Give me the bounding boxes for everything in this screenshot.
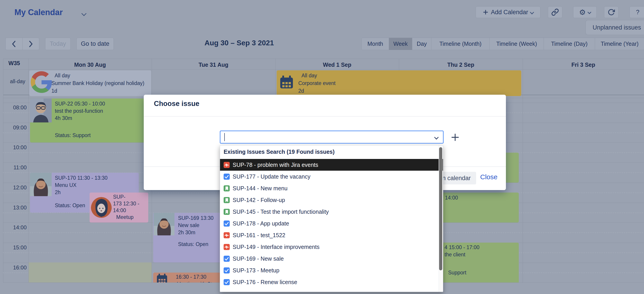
event-duration: 1d	[52, 87, 57, 94]
event-status: Support	[448, 269, 466, 276]
avatar-woman-photo	[30, 173, 52, 198]
avatar-woman-cartoon	[91, 197, 112, 219]
issues-dropdown-list: Existing Issues Search (19 Found issues)…	[220, 145, 443, 292]
unplanned-issues-label: Unplanned issues	[592, 24, 641, 31]
event-title: Corporate event	[298, 80, 336, 87]
refresh-button[interactable]	[604, 6, 618, 18]
issue-option-label: SUP-149 - Interface improvements	[233, 244, 320, 250]
event-duration: 2h 30m	[178, 229, 196, 236]
story-type-icon	[224, 209, 230, 215]
issue-option-label: SUP-144 - New menu	[233, 185, 288, 192]
dialog-title: Choose issue	[154, 100, 200, 108]
day-header: Thu 2 Sep	[399, 60, 522, 69]
issue-option-sup-177[interactable]: SUP-177 - Update the vacancy	[220, 171, 443, 182]
prev-next-group	[6, 38, 39, 50]
avatar-woman-photo	[153, 213, 175, 237]
chevron-left-icon	[12, 40, 16, 47]
issue-option-label: SUP-142 - Follow-up	[233, 197, 285, 203]
time-label: 15:00	[0, 244, 27, 251]
event-time: 16:30 - 17:30	[176, 274, 206, 280]
time-label: 16:00	[0, 265, 27, 271]
issue-option-label: SUP-176 - Renew license	[233, 279, 297, 286]
calendar-title-chevron-icon[interactable]	[82, 12, 86, 16]
tab-timeline-day[interactable]: Timeline (Day)	[544, 38, 595, 50]
issue-option-sup-178[interactable]: SUP-178 - App update	[220, 218, 443, 229]
event-summer-bank-holiday[interactable]: All day Summer Bank Holiday (regional ho…	[29, 70, 151, 96]
business-hours-shading	[29, 263, 152, 283]
event-title: SUP-22 05:30 - 10:00	[55, 100, 105, 107]
issue-option-label: SUP-161 - test_1522	[233, 232, 285, 239]
incident-type-icon	[224, 162, 230, 168]
event-duration: 2h	[55, 189, 61, 196]
gear-icon: ⚙	[579, 8, 586, 16]
issue-option-sup-161[interactable]: SUP-161 - test_1522	[220, 229, 443, 241]
add-calendar-button[interactable]: Add Calendar	[476, 6, 540, 18]
issue-option-sup-176[interactable]: SUP-176 - Renew license	[220, 276, 443, 288]
go-to-date-button[interactable]: Go to date	[76, 38, 114, 50]
issue-option-sup-78[interactable]: SUP-78 - problem with Jira events	[220, 159, 443, 171]
column-border	[28, 59, 29, 283]
avatar-man-photo	[30, 98, 52, 124]
share-link-button[interactable]	[548, 6, 562, 18]
event-summary: Menu UX	[55, 182, 76, 189]
refresh-icon	[608, 8, 615, 16]
day-header: Fri 3 Sep	[522, 60, 644, 69]
chevron-right-icon	[28, 40, 33, 47]
issue-option-label: SUP-177 - Update the vacancy	[233, 173, 310, 180]
event-status: Status: Open	[178, 241, 208, 248]
issues-select[interactable]	[220, 131, 444, 144]
issue-option-sup-169[interactable]: SUP-169 - New sale	[220, 253, 443, 265]
help-icon: ?	[636, 9, 639, 16]
tab-month[interactable]: Month	[362, 38, 389, 50]
tab-day[interactable]: Day	[412, 38, 431, 50]
close-button[interactable]: Close	[480, 173, 498, 181]
google-logo-icon	[31, 71, 52, 94]
day-header: Mon 30 Aug	[28, 60, 152, 69]
add-calendar-label: Add Calendar	[491, 9, 528, 16]
event-title: SUP-169 13:30	[178, 215, 214, 221]
scrollbar-thumb[interactable]	[439, 147, 442, 270]
story-type-icon	[224, 185, 230, 191]
prev-button[interactable]	[6, 38, 22, 50]
page-title: My Calendar	[14, 8, 63, 17]
event-corporate[interactable]: All day Corporate event 2d	[277, 70, 521, 96]
issue-option-sup-144[interactable]: SUP-144 - New menu	[220, 182, 443, 194]
calendar-icon	[279, 75, 294, 91]
issue-option-sup-149[interactable]: SUP-149 - Interface improvements	[220, 241, 443, 253]
event-allday-label: All day	[54, 72, 70, 79]
issue-option-sup-145[interactable]: SUP-145 - Test the import functionality	[220, 206, 443, 218]
issue-option-sup-173[interactable]: SUP-173 - Meetup	[220, 265, 443, 276]
task-type-icon	[224, 256, 230, 262]
issue-option-partial[interactable]	[220, 291, 443, 292]
event-summary: Meetup	[116, 214, 134, 221]
view-switcher: MonthWeekDayTimeline (Month)Timeline (We…	[362, 38, 644, 50]
unplanned-issues-tab[interactable]: Unplanned issues	[586, 20, 644, 35]
dropdown-header: Existing Issues Search (19 Found issues)	[224, 149, 335, 155]
event-sup-173[interactable]: SUP- 173 12:30 - 14:00 Meetup	[90, 193, 148, 223]
event-title: SUP-	[113, 193, 126, 200]
event-title: Summer Bank Holiday (regional holiday)	[52, 80, 144, 87]
time-label: 13:00	[0, 205, 27, 211]
event-sup-22[interactable]: SUP-22 05:30 - 10:00 test the post-funct…	[30, 98, 151, 142]
help-button[interactable]: ?	[630, 6, 644, 18]
issue-option-sup-142[interactable]: SUP-142 - Follow-up	[220, 194, 443, 206]
story-type-icon	[224, 197, 230, 203]
tab-timeline-week[interactable]: Timeline (Week)	[490, 38, 544, 50]
plus-icon	[483, 9, 488, 15]
settings-button[interactable]: ⚙	[573, 6, 596, 18]
event-duration: 2d	[298, 87, 304, 94]
today-button[interactable]: Today	[45, 38, 71, 50]
next-button[interactable]	[22, 38, 40, 50]
event-title: SUP-170 11:30 - 13:30	[55, 175, 108, 181]
tab-timeline-month[interactable]: Timeline (Month)	[431, 38, 490, 50]
tab-timeline-year[interactable]: Timeline (Year)	[595, 38, 644, 50]
select-caret-icon	[434, 135, 439, 140]
add-issue-row-button[interactable]	[451, 133, 460, 142]
issue-option-label: SUP-173 - Meetup	[233, 267, 279, 274]
event-summary: New sale	[178, 222, 200, 229]
event-title: the client	[444, 251, 465, 258]
incident-type-icon	[224, 244, 230, 250]
issue-option-label: SUP-78 - problem with Jira events	[233, 162, 318, 168]
tab-week[interactable]: Week	[389, 38, 412, 50]
text-cursor	[224, 133, 225, 141]
